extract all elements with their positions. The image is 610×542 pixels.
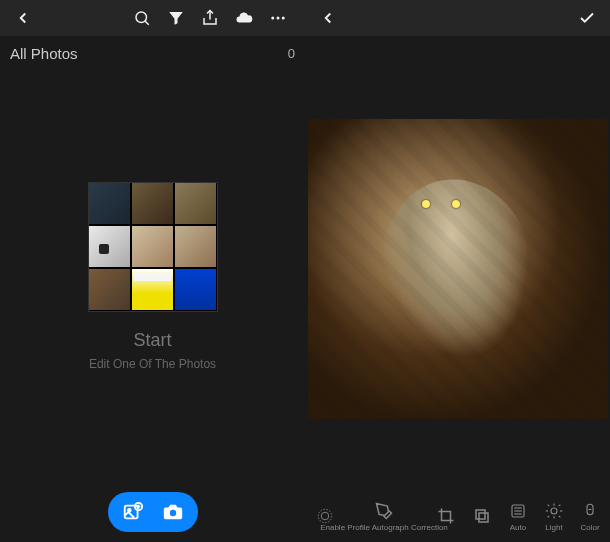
fab-bar bbox=[108, 492, 198, 532]
presets-tool[interactable] bbox=[464, 507, 500, 528]
svg-line-26 bbox=[559, 516, 561, 518]
start-subtitle: Edit One Of The Photos bbox=[89, 357, 216, 371]
back-button[interactable] bbox=[8, 3, 38, 33]
svg-point-13 bbox=[321, 512, 329, 520]
more-icon[interactable] bbox=[263, 3, 293, 33]
thumbnail bbox=[89, 269, 130, 310]
svg-point-4 bbox=[277, 17, 280, 20]
svg-point-20 bbox=[551, 508, 557, 514]
album-thumbnail-grid[interactable] bbox=[88, 182, 218, 312]
thumbnail bbox=[89, 183, 130, 224]
album-title[interactable]: All Photos bbox=[10, 45, 78, 62]
filter-icon[interactable] bbox=[161, 3, 191, 33]
svg-line-28 bbox=[559, 505, 561, 507]
photo-canvas-area bbox=[305, 36, 610, 542]
share-icon[interactable] bbox=[195, 3, 225, 33]
svg-line-1 bbox=[145, 21, 149, 25]
color-tool[interactable]: Color bbox=[572, 502, 608, 532]
thumbnail bbox=[175, 183, 216, 224]
svg-point-0 bbox=[136, 12, 147, 23]
svg-line-25 bbox=[548, 505, 550, 507]
editor-toolbar: Enable Profile Autograph Correction Auto… bbox=[305, 492, 610, 542]
gallery-area: Start Edit One Of The Photos bbox=[0, 70, 305, 542]
photo-detail bbox=[452, 200, 460, 208]
library-pane: All Photos 0 Start Edit One Of The Photo… bbox=[0, 0, 305, 542]
thumbnail bbox=[175, 226, 216, 267]
add-photo-button[interactable] bbox=[118, 497, 148, 527]
library-subheader: All Photos 0 bbox=[0, 36, 305, 70]
auto-tool[interactable]: Auto bbox=[500, 502, 536, 532]
svg-point-11 bbox=[169, 510, 175, 516]
tool-label: Auto bbox=[510, 523, 526, 532]
thumbnail bbox=[175, 269, 216, 310]
start-title: Start bbox=[133, 330, 171, 351]
svg-line-27 bbox=[548, 516, 550, 518]
svg-rect-15 bbox=[479, 513, 488, 522]
back-button[interactable] bbox=[313, 3, 343, 33]
confirm-button[interactable] bbox=[572, 3, 602, 33]
toolbar-actions bbox=[127, 3, 293, 33]
thumbnail bbox=[89, 226, 130, 267]
svg-point-12 bbox=[318, 509, 332, 523]
crop-tool[interactable] bbox=[428, 507, 464, 528]
search-icon[interactable] bbox=[127, 3, 157, 33]
profile-correction-tool[interactable]: Enable Profile Autograph Correction bbox=[343, 502, 428, 532]
photo-count: 0 bbox=[288, 46, 295, 61]
camera-button[interactable] bbox=[158, 497, 188, 527]
thumbnail bbox=[132, 183, 173, 224]
tool-label: Light bbox=[545, 523, 562, 532]
editor-pane: Enable Profile Autograph Correction Auto… bbox=[305, 0, 610, 542]
editor-topbar bbox=[305, 0, 610, 36]
tool-label: Color bbox=[580, 523, 599, 532]
svg-rect-14 bbox=[476, 510, 485, 519]
thumbnail bbox=[132, 226, 173, 267]
edited-photo[interactable] bbox=[308, 119, 608, 419]
library-topbar bbox=[0, 0, 305, 36]
thumbnail bbox=[132, 269, 173, 310]
cloud-icon[interactable] bbox=[229, 3, 259, 33]
svg-point-5 bbox=[282, 17, 285, 20]
light-tool[interactable]: Light bbox=[536, 502, 572, 532]
svg-point-3 bbox=[271, 17, 274, 20]
photo-detail bbox=[422, 200, 430, 208]
